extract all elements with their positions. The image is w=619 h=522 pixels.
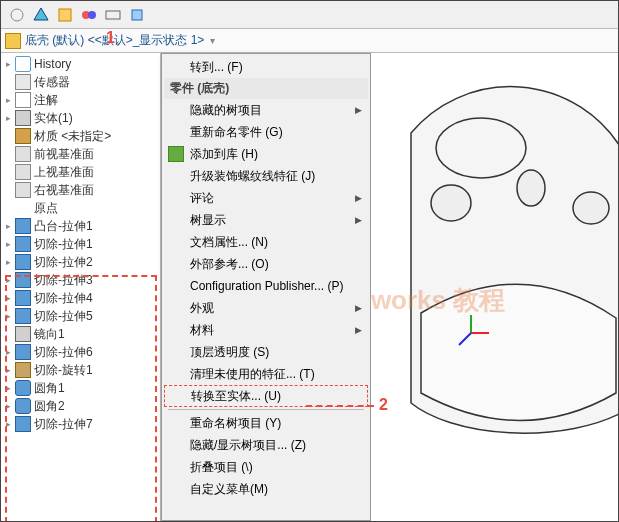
- tree-item[interactable]: ▸切除-拉伸4: [1, 289, 160, 307]
- expand-icon[interactable]: ▸: [3, 113, 13, 123]
- tree-item-label: 切除-拉伸6: [34, 344, 93, 361]
- menu-item[interactable]: 重新命名零件 (G): [164, 121, 368, 143]
- tree-item[interactable]: ▸注解: [1, 91, 160, 109]
- tree-item-label: 注解: [34, 92, 58, 109]
- expand-icon[interactable]: ▸: [3, 239, 13, 249]
- expand-icon[interactable]: ▸: [3, 221, 13, 231]
- expand-icon[interactable]: ▸: [3, 347, 13, 357]
- tool-icon[interactable]: [103, 5, 123, 25]
- feature-icon: [15, 344, 31, 360]
- menu-item[interactable]: 折叠项目 (\): [164, 456, 368, 478]
- menu-item[interactable]: 材料▶: [164, 319, 368, 341]
- expand-icon[interactable]: ▸: [3, 311, 13, 321]
- tree-item[interactable]: ▸切除-拉伸7: [1, 415, 160, 433]
- tree-item[interactable]: 前视基准面: [1, 145, 160, 163]
- tree-item[interactable]: 镜向1: [1, 325, 160, 343]
- expand-icon[interactable]: [3, 149, 13, 159]
- tool-icon[interactable]: [79, 5, 99, 25]
- tree-item[interactable]: ▸切除-旋转1: [1, 361, 160, 379]
- menu-separator: [168, 409, 364, 410]
- tree-item[interactable]: ▸History: [1, 55, 160, 73]
- tree-item-label: 切除-拉伸3: [34, 272, 93, 289]
- feature-icon: [15, 290, 31, 306]
- expand-icon[interactable]: ▸: [3, 59, 13, 69]
- feature-icon: [15, 398, 31, 414]
- expand-icon[interactable]: ▸: [3, 293, 13, 303]
- menu-item[interactable]: 重命名树项目 (Y): [164, 412, 368, 434]
- feature-icon: [15, 326, 31, 342]
- tree-item[interactable]: ▸实体(1): [1, 109, 160, 127]
- menu-item[interactable]: 树显示▶: [164, 209, 368, 231]
- feature-icon: [15, 254, 31, 270]
- expand-icon[interactable]: [3, 131, 13, 141]
- menu-item[interactable]: 添加到库 (H): [164, 143, 368, 165]
- menu-item[interactable]: 外观▶: [164, 297, 368, 319]
- menu-item[interactable]: Configuration Publisher... (P): [164, 275, 368, 297]
- feature-tree-header[interactable]: 底壳 (默认) <<默认>_显示状态 1> ▾: [1, 29, 618, 53]
- dropdown-icon[interactable]: ▾: [210, 35, 215, 46]
- graphics-viewport[interactable]: 泥鳅 solidworks 教程: [371, 53, 618, 521]
- feature-icon: [15, 380, 31, 396]
- tree-item-label: 切除-拉伸1: [34, 236, 93, 253]
- tree-item[interactable]: ▸圆角1: [1, 379, 160, 397]
- expand-icon[interactable]: [3, 203, 13, 213]
- svg-line-13: [459, 333, 471, 345]
- menu-item[interactable]: 顶层透明度 (S): [164, 341, 368, 363]
- submenu-arrow-icon: ▶: [355, 105, 362, 115]
- tool-icon[interactable]: [31, 5, 51, 25]
- tree-item[interactable]: 材质 <未指定>: [1, 127, 160, 145]
- tree-item[interactable]: ▸凸台-拉伸1: [1, 217, 160, 235]
- expand-icon[interactable]: ▸: [3, 257, 13, 267]
- feature-icon: [15, 128, 31, 144]
- tree-item[interactable]: 上视基准面: [1, 163, 160, 181]
- menu-item[interactable]: 转到... (F): [164, 56, 368, 78]
- expand-icon[interactable]: ▸: [3, 383, 13, 393]
- menu-item-label: 外部参考... (O): [190, 256, 269, 273]
- menu-item[interactable]: 升级装饰螺纹线特征 (J): [164, 165, 368, 187]
- expand-icon[interactable]: ▸: [3, 275, 13, 285]
- tree-item[interactable]: ▸切除-拉伸5: [1, 307, 160, 325]
- svg-point-8: [517, 170, 545, 206]
- expand-icon[interactable]: ▸: [3, 365, 13, 375]
- menu-item[interactable]: 隐藏的树项目▶: [164, 99, 368, 121]
- tool-icon[interactable]: [7, 5, 27, 25]
- svg-point-9: [573, 192, 609, 224]
- feature-icon: [15, 200, 31, 216]
- tree-item[interactable]: 传感器: [1, 73, 160, 91]
- expand-icon[interactable]: ▸: [3, 419, 13, 429]
- menu-item[interactable]: 文档属性... (N): [164, 231, 368, 253]
- menu-item-label: 折叠项目 (\): [190, 459, 253, 476]
- tool-icon[interactable]: [55, 5, 75, 25]
- menu-item[interactable]: 自定义菜单(M): [164, 478, 368, 500]
- tree-item-label: 上视基准面: [34, 164, 94, 181]
- tree-item[interactable]: ▸圆角2: [1, 397, 160, 415]
- menu-item[interactable]: 评论▶: [164, 187, 368, 209]
- tree-item-label: 圆角2: [34, 398, 65, 415]
- menu-item[interactable]: 清理未使用的特征... (T): [164, 363, 368, 385]
- part-icon: [5, 33, 21, 49]
- expand-icon[interactable]: ▸: [3, 95, 13, 105]
- tree-item-label: 圆角1: [34, 380, 65, 397]
- tool-icon[interactable]: [127, 5, 147, 25]
- tree-item-label: History: [34, 57, 71, 71]
- tree-item[interactable]: 右视基准面: [1, 181, 160, 199]
- add-to-library-icon: [168, 146, 184, 162]
- tree-item[interactable]: ▸切除-拉伸3: [1, 271, 160, 289]
- svg-point-7: [431, 185, 471, 221]
- menu-item[interactable]: 外部参考... (O): [164, 253, 368, 275]
- expand-icon[interactable]: [3, 77, 13, 87]
- expand-icon[interactable]: ▸: [3, 401, 13, 411]
- expand-icon[interactable]: [3, 167, 13, 177]
- tree-item-label: 实体(1): [34, 110, 73, 127]
- tree-item[interactable]: ▸切除-拉伸1: [1, 235, 160, 253]
- part-title: 底壳 (默认) <<默认>_显示状态 1>: [25, 32, 204, 49]
- expand-icon[interactable]: [3, 329, 13, 339]
- feature-icon: [15, 146, 31, 162]
- tree-item[interactable]: ▸切除-拉伸6: [1, 343, 160, 361]
- expand-icon[interactable]: [3, 185, 13, 195]
- menu-item[interactable]: 转换至实体... (U): [164, 385, 368, 407]
- menu-item-label: 转到... (F): [190, 59, 243, 76]
- tree-item[interactable]: 原点: [1, 199, 160, 217]
- menu-item[interactable]: 隐藏/显示树项目... (Z): [164, 434, 368, 456]
- tree-item[interactable]: ▸切除-拉伸2: [1, 253, 160, 271]
